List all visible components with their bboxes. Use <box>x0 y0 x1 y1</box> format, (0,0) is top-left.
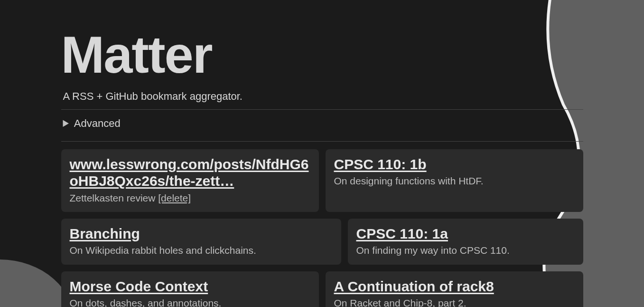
bookmark-description: On dots, dashes, and annotations. <box>70 297 310 307</box>
page-subtitle: A RSS + GitHub bookmark aggregator. <box>61 90 583 103</box>
divider <box>61 141 583 142</box>
bookmark-title-link[interactable]: A Continuation of rack8 <box>334 278 575 295</box>
card-row-2: Branching On Wikipedia rabbit holes and … <box>61 219 583 265</box>
bookmark-title-link[interactable]: CPSC 110: 1a <box>356 225 575 242</box>
advanced-summary[interactable]: Advanced <box>63 116 583 136</box>
bookmark-card: CPSC 110: 1b On designing functions with… <box>326 149 583 212</box>
bookmark-card: Morse Code Context On dots, dashes, and … <box>61 271 319 307</box>
card-row-3: Morse Code Context On dots, dashes, and … <box>61 271 583 307</box>
bookmark-title-link[interactable]: www.lesswrong.com/posts/NfdHG6oHBJ8Qxc26… <box>70 156 310 190</box>
bookmark-title-link[interactable]: CPSC 110: 1b <box>334 156 575 173</box>
divider <box>61 109 583 110</box>
bookmark-description: Zettelkasten review [delete] <box>70 192 310 204</box>
bookmark-card: A Continuation of rack8 On Racket and Ch… <box>326 271 583 307</box>
delete-link[interactable]: [delete] <box>158 192 191 203</box>
card-row-1: www.lesswrong.com/posts/NfdHG6oHBJ8Qxc26… <box>61 149 583 212</box>
bookmark-description: On finding my way into CPSC 110. <box>356 244 575 257</box>
bookmark-card: CPSC 110: 1a On finding my way into CPSC… <box>348 219 583 265</box>
advanced-disclosure[interactable]: Advanced <box>61 116 583 136</box>
bookmark-desc-text: Zettelkasten review <box>70 192 159 203</box>
bookmark-card: Branching On Wikipedia rabbit holes and … <box>61 219 341 265</box>
bookmark-description: On designing functions with HtDF. <box>334 174 575 187</box>
bookmark-title-link[interactable]: Branching <box>70 225 333 242</box>
bookmark-title-link[interactable]: Morse Code Context <box>70 278 310 295</box>
bookmark-card: www.lesswrong.com/posts/NfdHG6oHBJ8Qxc26… <box>61 149 319 212</box>
bookmark-description: On Wikipedia rabbit holes and clickchain… <box>70 244 333 257</box>
bookmark-description: On Racket and Chip-8, part 2. <box>334 297 575 307</box>
page-title: Matter <box>61 29 583 81</box>
